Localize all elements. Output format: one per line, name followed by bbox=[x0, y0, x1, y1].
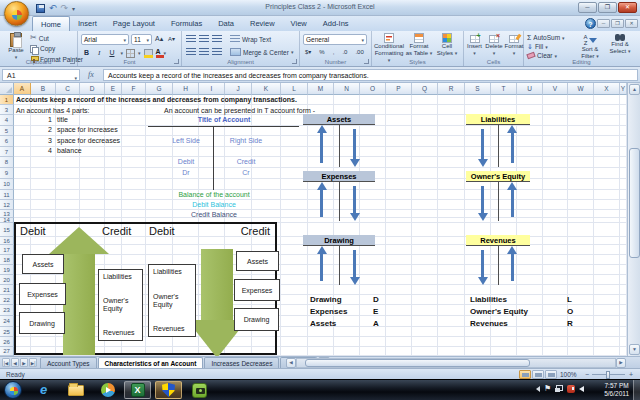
workbook-restore-button[interactable]: ❐ bbox=[611, 19, 624, 28]
ribbon-tab-insert[interactable]: Insert bbox=[70, 16, 105, 31]
column-header-A[interactable]: A bbox=[14, 83, 31, 95]
accounting-format-button[interactable]: $▾ bbox=[303, 48, 313, 55]
delete-cells-button[interactable]: Delete ▾ bbox=[484, 35, 504, 57]
shrink-font-button[interactable]: A▾ bbox=[168, 35, 175, 42]
row-header-19[interactable]: 19 bbox=[0, 265, 14, 275]
show-desktop-button[interactable] bbox=[633, 380, 640, 400]
align-top-icon[interactable] bbox=[186, 35, 196, 43]
scroll-up-button[interactable]: ▲ bbox=[629, 84, 640, 95]
insert-function-icon[interactable]: fx bbox=[88, 70, 94, 79]
column-header-H[interactable]: H bbox=[173, 83, 199, 95]
clear-button[interactable]: Clear▾ bbox=[527, 52, 565, 59]
undo-icon[interactable]: ↶ bbox=[49, 3, 57, 13]
alignment-dialog-launcher[interactable] bbox=[292, 59, 297, 64]
row-header-27[interactable]: 27 bbox=[0, 347, 14, 356]
grow-font-button[interactable]: A▴ bbox=[155, 35, 163, 43]
zoom-out-button[interactable]: − bbox=[585, 371, 589, 378]
ribbon-tab-home[interactable]: Home bbox=[32, 16, 70, 31]
vertical-scrollbar[interactable]: ▲ ▼ bbox=[627, 83, 640, 356]
cut-button[interactable]: ✂Cut bbox=[30, 34, 83, 42]
column-header-N[interactable]: N bbox=[334, 83, 360, 95]
column-header-Y[interactable]: Y bbox=[620, 83, 627, 95]
horizontal-scroll-thumb[interactable] bbox=[305, 359, 530, 367]
sheet-tab-account-types[interactable]: Account Types bbox=[40, 357, 97, 368]
align-left-icon[interactable] bbox=[186, 48, 196, 56]
row-header-16[interactable]: 16 bbox=[0, 237, 14, 245]
sort-filter-button[interactable]: AZ Sort & Filter ▾ bbox=[576, 34, 604, 60]
italic-button[interactable]: I bbox=[95, 47, 103, 59]
vertical-scroll-thumb[interactable] bbox=[629, 148, 640, 258]
column-header-B[interactable]: B bbox=[31, 83, 56, 95]
font-color-button[interactable]: A bbox=[156, 48, 161, 58]
ribbon-tab-add-ins[interactable]: Add-Ins bbox=[315, 16, 357, 31]
name-box[interactable]: A1 ▾ bbox=[2, 69, 80, 81]
align-middle-icon[interactable] bbox=[199, 35, 209, 43]
column-header-Q[interactable]: Q bbox=[412, 83, 438, 95]
action-center-flag-icon[interactable]: ⚑ bbox=[544, 384, 551, 393]
column-header-W[interactable]: W bbox=[568, 83, 594, 95]
font-size-select[interactable]: 11▾ bbox=[131, 34, 152, 45]
merge-center-button[interactable]: Merge & Center ▾ bbox=[230, 48, 293, 56]
prev-sheet-button[interactable]: ◀ bbox=[11, 358, 19, 367]
page-break-view-button[interactable] bbox=[545, 370, 557, 379]
sheet-grid[interactable]: 1345678910111213141516171819202122232425… bbox=[0, 95, 640, 356]
column-header-J[interactable]: J bbox=[225, 83, 252, 95]
horizontal-scroll-track[interactable] bbox=[296, 358, 616, 368]
font-dialog-launcher[interactable] bbox=[174, 59, 179, 64]
taskbar-media-player[interactable] bbox=[94, 381, 121, 399]
normal-view-button[interactable] bbox=[519, 370, 531, 379]
minimize-button[interactable]: ─ bbox=[578, 2, 597, 13]
row-header-26[interactable]: 26 bbox=[0, 337, 14, 347]
zoom-slider-handle[interactable] bbox=[606, 371, 610, 379]
page-layout-view-button[interactable] bbox=[532, 370, 544, 379]
row-header-24[interactable]: 24 bbox=[0, 316, 14, 327]
scroll-left-button[interactable]: ◀ bbox=[286, 358, 296, 368]
help-button[interactable]: ? bbox=[585, 18, 596, 29]
row-header-22[interactable]: 22 bbox=[0, 295, 14, 305]
ribbon-tab-data[interactable]: Data bbox=[210, 16, 242, 31]
taskbar-screen-recorder[interactable] bbox=[186, 381, 213, 399]
taskbar-internet-explorer[interactable]: e bbox=[30, 381, 57, 399]
row-header-11[interactable]: 11 bbox=[0, 190, 14, 200]
start-button[interactable] bbox=[4, 381, 22, 399]
column-header-C[interactable]: C bbox=[56, 83, 80, 95]
row-header-4[interactable]: 4 bbox=[0, 115, 14, 126]
scroll-right-button[interactable]: ▶ bbox=[616, 358, 626, 368]
row-header-8[interactable]: 8 bbox=[0, 157, 14, 168]
first-sheet-button[interactable]: |◀ bbox=[2, 358, 10, 367]
decrease-decimal-button[interactable]: .00 bbox=[353, 49, 365, 55]
redo-icon[interactable]: ↷ bbox=[61, 3, 69, 13]
formula-input[interactable]: Accounts keep a record of the increases … bbox=[103, 69, 638, 81]
align-center-icon[interactable] bbox=[199, 48, 209, 56]
speaker-icon[interactable] bbox=[579, 386, 584, 392]
next-sheet-button[interactable]: ▶ bbox=[20, 358, 28, 367]
ribbon-tab-review[interactable]: Review bbox=[242, 16, 283, 31]
column-header-R[interactable]: R bbox=[438, 83, 465, 95]
comma-style-button[interactable]: , bbox=[331, 49, 337, 55]
column-header-M[interactable]: M bbox=[308, 83, 334, 95]
font-name-select[interactable]: Arial▾ bbox=[81, 34, 129, 45]
copy-button[interactable]: Copy bbox=[30, 45, 83, 53]
format-cells-button[interactable]: Format ▾ bbox=[504, 35, 524, 57]
clipboard-dialog-launcher[interactable] bbox=[70, 59, 75, 64]
qat-customize-caret-icon[interactable]: ▾ bbox=[72, 5, 75, 12]
zoom-slider[interactable] bbox=[592, 374, 625, 376]
column-header-X[interactable]: X bbox=[594, 83, 620, 95]
bold-button[interactable]: B bbox=[81, 47, 92, 59]
find-select-button[interactable]: Find & Select ▾ bbox=[606, 34, 634, 55]
autosum-button[interactable]: ΣAutoSum▾ bbox=[527, 34, 565, 41]
fill-button[interactable]: ⇓Fill▾ bbox=[527, 43, 565, 50]
row-header-17[interactable]: 17 bbox=[0, 245, 14, 255]
column-header-P[interactable]: P bbox=[386, 83, 412, 95]
hidden-icons-arrow-icon[interactable] bbox=[536, 386, 540, 392]
column-header-G[interactable]: G bbox=[146, 83, 173, 95]
sheet-tab-characteristics[interactable]: Characteristics of an Account bbox=[98, 357, 204, 368]
row-header-23[interactable]: 23 bbox=[0, 305, 14, 316]
workbook-minimize-button[interactable]: ─ bbox=[597, 19, 610, 28]
insert-cells-button[interactable]: Insert ▾ bbox=[465, 35, 484, 57]
taskbar-clock[interactable]: 7:57 PM 5/6/2011 bbox=[604, 382, 629, 398]
column-header-D[interactable]: D bbox=[80, 83, 105, 95]
column-header-I[interactable]: I bbox=[199, 83, 225, 95]
row-header-5[interactable]: 5 bbox=[0, 126, 14, 136]
wrap-text-button[interactable]: Wrap Text bbox=[230, 35, 271, 43]
